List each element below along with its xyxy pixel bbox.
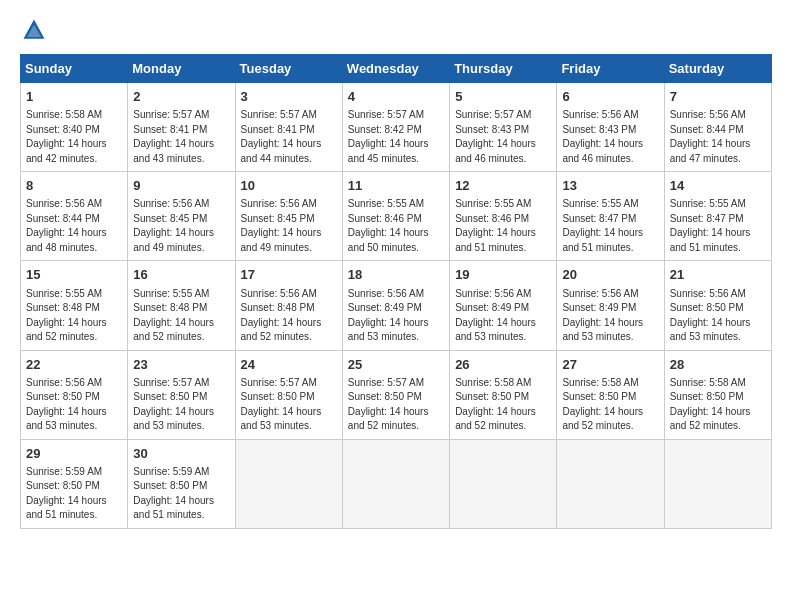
day-info: Sunrise: 5:55 AM Sunset: 8:48 PM Dayligh…: [133, 287, 229, 345]
header: [20, 16, 772, 44]
calendar-body: 1Sunrise: 5:58 AM Sunset: 8:40 PM Daylig…: [21, 83, 772, 529]
calendar-cell: [235, 439, 342, 528]
day-number: 27: [562, 356, 658, 374]
calendar-cell: 24Sunrise: 5:57 AM Sunset: 8:50 PM Dayli…: [235, 350, 342, 439]
day-info: Sunrise: 5:57 AM Sunset: 8:50 PM Dayligh…: [241, 376, 337, 434]
day-info: Sunrise: 5:56 AM Sunset: 8:45 PM Dayligh…: [133, 197, 229, 255]
calendar-week-row: 8Sunrise: 5:56 AM Sunset: 8:44 PM Daylig…: [21, 172, 772, 261]
day-number: 8: [26, 177, 122, 195]
calendar-cell: 9Sunrise: 5:56 AM Sunset: 8:45 PM Daylig…: [128, 172, 235, 261]
day-info: Sunrise: 5:57 AM Sunset: 8:42 PM Dayligh…: [348, 108, 444, 166]
day-number: 6: [562, 88, 658, 106]
day-number: 1: [26, 88, 122, 106]
day-info: Sunrise: 5:59 AM Sunset: 8:50 PM Dayligh…: [133, 465, 229, 523]
day-info: Sunrise: 5:55 AM Sunset: 8:46 PM Dayligh…: [348, 197, 444, 255]
day-info: Sunrise: 5:56 AM Sunset: 8:44 PM Dayligh…: [26, 197, 122, 255]
day-info: Sunrise: 5:55 AM Sunset: 8:47 PM Dayligh…: [562, 197, 658, 255]
calendar-cell: 8Sunrise: 5:56 AM Sunset: 8:44 PM Daylig…: [21, 172, 128, 261]
day-number: 29: [26, 445, 122, 463]
day-number: 17: [241, 266, 337, 284]
day-number: 25: [348, 356, 444, 374]
day-number: 23: [133, 356, 229, 374]
calendar-cell: 5Sunrise: 5:57 AM Sunset: 8:43 PM Daylig…: [450, 83, 557, 172]
day-number: 11: [348, 177, 444, 195]
day-info: Sunrise: 5:57 AM Sunset: 8:43 PM Dayligh…: [455, 108, 551, 166]
day-info: Sunrise: 5:56 AM Sunset: 8:49 PM Dayligh…: [455, 287, 551, 345]
calendar-cell: 12Sunrise: 5:55 AM Sunset: 8:46 PM Dayli…: [450, 172, 557, 261]
calendar-cell: 7Sunrise: 5:56 AM Sunset: 8:44 PM Daylig…: [664, 83, 771, 172]
day-info: Sunrise: 5:55 AM Sunset: 8:47 PM Dayligh…: [670, 197, 766, 255]
calendar-cell: 27Sunrise: 5:58 AM Sunset: 8:50 PM Dayli…: [557, 350, 664, 439]
calendar-week-row: 22Sunrise: 5:56 AM Sunset: 8:50 PM Dayli…: [21, 350, 772, 439]
day-number: 30: [133, 445, 229, 463]
day-info: Sunrise: 5:56 AM Sunset: 8:49 PM Dayligh…: [562, 287, 658, 345]
calendar-cell: 13Sunrise: 5:55 AM Sunset: 8:47 PM Dayli…: [557, 172, 664, 261]
day-number: 21: [670, 266, 766, 284]
calendar-cell: 6Sunrise: 5:56 AM Sunset: 8:43 PM Daylig…: [557, 83, 664, 172]
weekday-saturday: Saturday: [664, 55, 771, 83]
calendar-cell: 17Sunrise: 5:56 AM Sunset: 8:48 PM Dayli…: [235, 261, 342, 350]
weekday-wednesday: Wednesday: [342, 55, 449, 83]
calendar-cell: 30Sunrise: 5:59 AM Sunset: 8:50 PM Dayli…: [128, 439, 235, 528]
day-number: 16: [133, 266, 229, 284]
weekday-header-row: SundayMondayTuesdayWednesdayThursdayFrid…: [21, 55, 772, 83]
day-info: Sunrise: 5:58 AM Sunset: 8:50 PM Dayligh…: [562, 376, 658, 434]
calendar-cell: 23Sunrise: 5:57 AM Sunset: 8:50 PM Dayli…: [128, 350, 235, 439]
day-info: Sunrise: 5:56 AM Sunset: 8:48 PM Dayligh…: [241, 287, 337, 345]
day-info: Sunrise: 5:56 AM Sunset: 8:44 PM Dayligh…: [670, 108, 766, 166]
calendar-cell: 3Sunrise: 5:57 AM Sunset: 8:41 PM Daylig…: [235, 83, 342, 172]
day-number: 5: [455, 88, 551, 106]
day-number: 24: [241, 356, 337, 374]
day-number: 14: [670, 177, 766, 195]
day-info: Sunrise: 5:58 AM Sunset: 8:50 PM Dayligh…: [455, 376, 551, 434]
day-number: 22: [26, 356, 122, 374]
calendar-cell: [342, 439, 449, 528]
day-info: Sunrise: 5:57 AM Sunset: 8:41 PM Dayligh…: [133, 108, 229, 166]
day-number: 7: [670, 88, 766, 106]
calendar-week-row: 1Sunrise: 5:58 AM Sunset: 8:40 PM Daylig…: [21, 83, 772, 172]
calendar-cell: [664, 439, 771, 528]
day-info: Sunrise: 5:57 AM Sunset: 8:50 PM Dayligh…: [133, 376, 229, 434]
calendar-cell: 18Sunrise: 5:56 AM Sunset: 8:49 PM Dayli…: [342, 261, 449, 350]
weekday-thursday: Thursday: [450, 55, 557, 83]
day-number: 10: [241, 177, 337, 195]
weekday-tuesday: Tuesday: [235, 55, 342, 83]
day-info: Sunrise: 5:56 AM Sunset: 8:50 PM Dayligh…: [26, 376, 122, 434]
day-number: 2: [133, 88, 229, 106]
calendar-cell: 2Sunrise: 5:57 AM Sunset: 8:41 PM Daylig…: [128, 83, 235, 172]
calendar-cell: 26Sunrise: 5:58 AM Sunset: 8:50 PM Dayli…: [450, 350, 557, 439]
day-info: Sunrise: 5:58 AM Sunset: 8:50 PM Dayligh…: [670, 376, 766, 434]
day-number: 12: [455, 177, 551, 195]
day-info: Sunrise: 5:55 AM Sunset: 8:48 PM Dayligh…: [26, 287, 122, 345]
day-info: Sunrise: 5:59 AM Sunset: 8:50 PM Dayligh…: [26, 465, 122, 523]
day-number: 13: [562, 177, 658, 195]
calendar-cell: 22Sunrise: 5:56 AM Sunset: 8:50 PM Dayli…: [21, 350, 128, 439]
calendar-cell: [557, 439, 664, 528]
calendar-cell: 14Sunrise: 5:55 AM Sunset: 8:47 PM Dayli…: [664, 172, 771, 261]
calendar-cell: 16Sunrise: 5:55 AM Sunset: 8:48 PM Dayli…: [128, 261, 235, 350]
day-number: 18: [348, 266, 444, 284]
day-info: Sunrise: 5:56 AM Sunset: 8:49 PM Dayligh…: [348, 287, 444, 345]
calendar-cell: 21Sunrise: 5:56 AM Sunset: 8:50 PM Dayli…: [664, 261, 771, 350]
day-number: 19: [455, 266, 551, 284]
day-info: Sunrise: 5:57 AM Sunset: 8:41 PM Dayligh…: [241, 108, 337, 166]
day-info: Sunrise: 5:56 AM Sunset: 8:43 PM Dayligh…: [562, 108, 658, 166]
calendar-cell: 10Sunrise: 5:56 AM Sunset: 8:45 PM Dayli…: [235, 172, 342, 261]
day-number: 28: [670, 356, 766, 374]
weekday-monday: Monday: [128, 55, 235, 83]
calendar-cell: 25Sunrise: 5:57 AM Sunset: 8:50 PM Dayli…: [342, 350, 449, 439]
logo: [20, 16, 52, 44]
page: SundayMondayTuesdayWednesdayThursdayFrid…: [0, 0, 792, 612]
logo-icon: [20, 16, 48, 44]
calendar-cell: 28Sunrise: 5:58 AM Sunset: 8:50 PM Dayli…: [664, 350, 771, 439]
calendar-table: SundayMondayTuesdayWednesdayThursdayFrid…: [20, 54, 772, 529]
calendar-cell: 1Sunrise: 5:58 AM Sunset: 8:40 PM Daylig…: [21, 83, 128, 172]
day-number: 3: [241, 88, 337, 106]
calendar-cell: [450, 439, 557, 528]
calendar-cell: 11Sunrise: 5:55 AM Sunset: 8:46 PM Dayli…: [342, 172, 449, 261]
day-number: 15: [26, 266, 122, 284]
calendar-cell: 29Sunrise: 5:59 AM Sunset: 8:50 PM Dayli…: [21, 439, 128, 528]
day-number: 9: [133, 177, 229, 195]
calendar-cell: 15Sunrise: 5:55 AM Sunset: 8:48 PM Dayli…: [21, 261, 128, 350]
calendar-week-row: 29Sunrise: 5:59 AM Sunset: 8:50 PM Dayli…: [21, 439, 772, 528]
